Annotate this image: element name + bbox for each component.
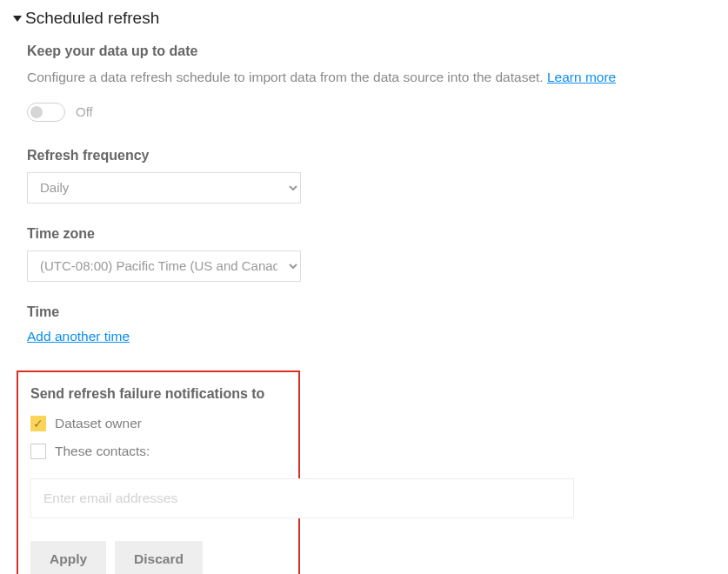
keep-data-heading: Keep your data up to date [27,43,711,59]
caret-down-icon [13,16,22,22]
notifications-highlight-box: Send refresh failure notifications to ✓ … [17,370,300,574]
button-row: Apply Discard [30,541,286,574]
frequency-select[interactable]: Daily [27,172,301,204]
contacts-checkbox-label: These contacts: [55,444,150,459]
contacts-checkbox-row: These contacts: [30,444,286,459]
owner-checkbox[interactable]: ✓ [30,416,46,431]
toggle-knob-icon [30,106,43,118]
email-input[interactable] [30,478,574,518]
notifications-heading: Send refresh failure notifications to [30,386,286,402]
apply-button[interactable]: Apply [30,541,106,574]
toggle-row: Off [27,103,711,122]
owner-checkbox-row: ✓ Dataset owner [30,416,286,431]
toggle-state-label: Off [76,104,93,119]
learn-more-link[interactable]: Learn more [547,70,616,84]
keep-data-description: Configure a data refresh schedule to imp… [27,68,711,87]
section-header[interactable]: Scheduled refresh [0,9,728,28]
add-time-link[interactable]: Add another time [27,329,130,344]
check-icon: ✓ [33,417,43,430]
timezone-select[interactable]: (UTC-08:00) Pacific Time (US and Canada) [27,250,301,282]
description-text: Configure a data refresh schedule to imp… [27,70,547,84]
section-content: Keep your data up to date Configure a da… [0,43,728,344]
discard-button[interactable]: Discard [115,541,203,574]
owner-checkbox-label: Dataset owner [55,416,142,431]
refresh-toggle[interactable] [27,103,65,122]
timezone-label: Time zone [27,226,711,242]
email-input-wrap [30,471,286,541]
time-label: Time [27,304,711,320]
frequency-label: Refresh frequency [27,148,711,164]
contacts-checkbox[interactable] [30,444,46,459]
section-title: Scheduled refresh [25,9,159,28]
